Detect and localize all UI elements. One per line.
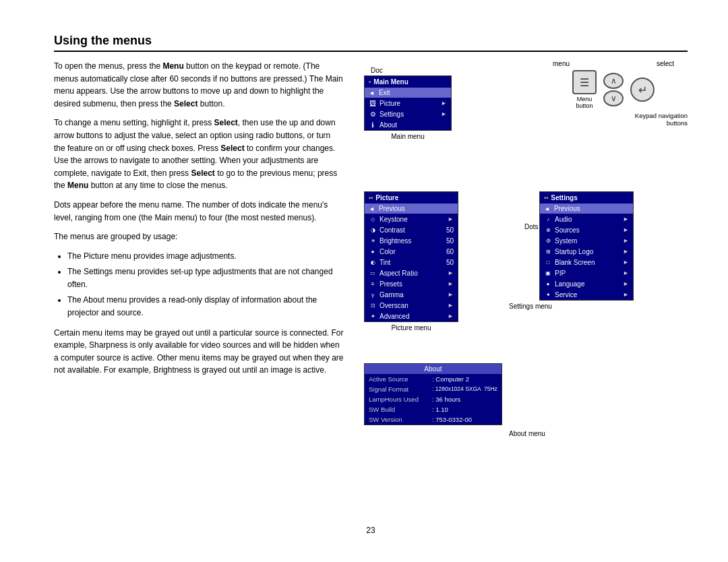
main-menu-settings: ⚙ Settings ► xyxy=(365,108,451,119)
page-number: 23 xyxy=(54,526,688,535)
picture-menu-gamma: γ Gamma ► xyxy=(365,289,458,300)
menu-button-label: Menubutton xyxy=(576,96,593,109)
settings-menu-sources: ⊕ Sources ► xyxy=(540,224,633,235)
picture-menu-advanced: ✦ Advanced ► xyxy=(365,311,458,321)
main-menu-picture: 🖼 Picture ► xyxy=(365,98,451,108)
settings-menu-label: Settings menu xyxy=(509,303,634,310)
picture-menu-aspect-ratio: ▭ Aspect Ratio ► xyxy=(365,268,458,278)
main-menu-about: ℹ About xyxy=(365,119,451,130)
about-menu-group: About Active Source : Computer 2 Signal … xyxy=(364,363,502,425)
text-content: To open the menus, press the Menu button… xyxy=(54,60,344,519)
main-menu-group: Doc • Main Menu ◄ Exit 🖼 Picture ► xyxy=(364,67,452,140)
about-row-sw-version: SW Version : 753-0332-00 xyxy=(365,414,502,425)
keypad-diagram: menu select ☰ Menubutton ∧ ∨ xyxy=(539,60,688,127)
settings-menu-pip: ▣ PIP ► xyxy=(540,268,633,278)
diagrams-area: menu select ☰ Menubutton ∧ ∨ xyxy=(357,60,688,519)
settings-menu-box: •• Settings ◄ Previous ♪ Audio ► ⊕ Sou xyxy=(539,191,634,301)
keypad-caption: Keypad navigationbuttons xyxy=(539,112,688,127)
picture-menu-box: •• Picture ◄ Previous ◇ Keystone ► ◑ C xyxy=(364,191,458,322)
main-menu-header: • Main Menu xyxy=(365,76,451,88)
settings-menu-startup-logo: ⊞ Startup Logo ► xyxy=(540,246,633,257)
para-2: To change a menu setting, highlight it, … xyxy=(54,117,344,192)
picture-menu-presets: ≡ Presets ► xyxy=(365,278,458,289)
para-3: Dots appear before the menu name. The nu… xyxy=(54,199,344,224)
menu-label: menu xyxy=(553,60,570,67)
settings-menu-audio: ♪ Audio ► xyxy=(540,214,633,224)
picture-menu-label: Picture menu xyxy=(364,324,458,332)
down-arrow-btn: ∨ xyxy=(603,90,624,106)
picture-menu-keystone: ◇ Keystone ► xyxy=(365,214,458,224)
bullet-2: The Settings menu provides set-up type a… xyxy=(67,266,344,291)
about-row-lamp: LampHours Used : 36 hours xyxy=(365,394,502,404)
picture-menu-header: •• Picture xyxy=(365,192,458,204)
picture-menu-overscan: ⊡ Overscan ► xyxy=(365,300,458,311)
picture-menu-previous: ◄ Previous xyxy=(365,204,458,214)
about-menu-header: About xyxy=(365,364,502,374)
settings-menu-previous: ◄ Previous xyxy=(540,204,633,214)
picture-menu-color: ● Color 60 xyxy=(365,246,458,257)
about-row-sw-build: SW Build : 1.10 xyxy=(365,404,502,414)
main-menu-box: • Main Menu ◄ Exit 🖼 Picture ► ⚙ Sett xyxy=(364,75,452,131)
settings-menu-language: ● Language ► xyxy=(540,278,633,289)
menu-button-icon: ☰ xyxy=(572,70,597,94)
bullet-list: The Picture menu provides image adjustme… xyxy=(67,250,344,320)
para-1: To open the menus, press the Menu button… xyxy=(54,60,344,110)
dots-label: Dots xyxy=(524,223,539,230)
about-menu-box: About Active Source : Computer 2 Signal … xyxy=(364,363,502,425)
picture-menu-brightness: ☀ Brightness 50 xyxy=(365,235,458,246)
about-menu-label: About menu xyxy=(509,430,545,437)
settings-menu-group: •• Settings ◄ Previous ♪ Audio ► ⊕ Sou xyxy=(539,191,634,310)
about-row-source: Active Source : Computer 2 xyxy=(365,374,502,384)
para-4: The menus are grouped by usage: xyxy=(54,230,344,243)
bullet-3: The About menu provides a read-only disp… xyxy=(67,294,344,319)
settings-menu-blank-screen: □ Blank Screen ► xyxy=(540,257,633,268)
about-row-signal: Signal Format : 1280x1024 SXGA 75Hz xyxy=(365,384,502,394)
settings-menu-service: ✦ Service ► xyxy=(540,289,633,300)
main-menu-label: Main menu xyxy=(364,133,452,140)
main-menu-exit: ◄ Exit xyxy=(365,88,451,98)
bullet-1: The Picture menu provides image adjustme… xyxy=(67,250,344,263)
picture-menu-contrast: ◑ Contrast 50 xyxy=(365,224,458,235)
para-5: Certain menu items may be grayed out unt… xyxy=(54,327,344,377)
select-button-icon: ↵ xyxy=(630,77,655,102)
up-arrow-btn: ∧ xyxy=(603,73,624,89)
select-label: select xyxy=(657,60,674,67)
picture-menu-group: •• Picture ◄ Previous ◇ Keystone ► ◑ C xyxy=(364,191,458,332)
settings-menu-header: •• Settings xyxy=(540,192,633,204)
picture-menu-tint: ◐ Tint 50 xyxy=(365,257,458,268)
settings-menu-system: ⚙ System ► xyxy=(540,235,633,246)
page-title: Using the menus xyxy=(54,34,688,52)
doc-label: Doc xyxy=(371,67,452,74)
